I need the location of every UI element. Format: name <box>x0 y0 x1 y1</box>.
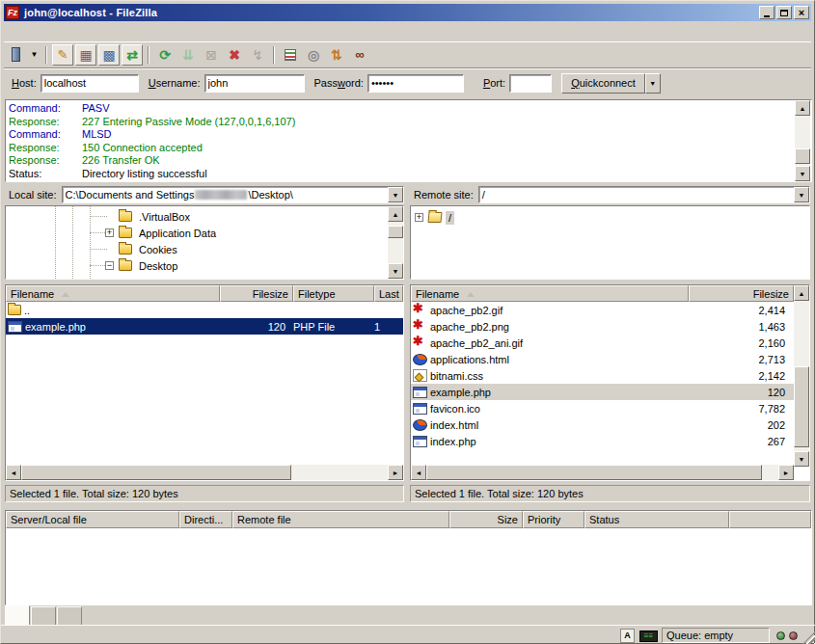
file-icon <box>8 305 21 315</box>
scrollbar-thumb[interactable] <box>388 226 403 238</box>
tree-item-application-data[interactable]: + Application Data <box>6 225 403 241</box>
menu-view[interactable] <box>35 29 50 35</box>
toggle-queue-button[interactable]: ⇄ <box>122 44 143 66</box>
tab-queued-files[interactable] <box>5 605 30 625</box>
refresh-button[interactable]: ⟳ <box>154 44 176 66</box>
file-row-apache-pb2-gif[interactable]: apache_pb2.gif 2,414 <box>411 302 794 318</box>
tree-item-virtualbox[interactable]: .VirtualBox <box>6 208 403 225</box>
file-row-apache-pb2-png[interactable]: apache_pb2.png 1,463 <box>411 318 794 335</box>
scrollbar-thumb[interactable] <box>21 465 291 480</box>
send-activity-led <box>789 631 798 640</box>
column-header-server-local-file[interactable]: Server/Local file <box>6 511 179 528</box>
column-header-remote-file[interactable]: Remote file <box>232 511 449 528</box>
scroll-right-button[interactable]: ► <box>778 465 794 480</box>
maximize-button[interactable] <box>776 6 792 19</box>
column-header-priority[interactable]: Priority <box>523 511 584 528</box>
quickconnect-button[interactable]: Quickconnect <box>561 73 645 94</box>
tree-expander[interactable]: + <box>105 228 114 237</box>
site-manager-button[interactable] <box>5 44 26 66</box>
file-icon <box>413 419 427 431</box>
scroll-right-button[interactable]: ► <box>388 465 403 480</box>
scroll-left-button[interactable]: ◄ <box>6 465 21 480</box>
folder-icon <box>119 228 132 238</box>
menu-file[interactable] <box>4 29 19 35</box>
chevron-down-icon: ▼ <box>393 192 399 199</box>
site-manager-dropdown[interactable]: ▼ <box>28 44 41 66</box>
scroll-down-button[interactable]: ▼ <box>795 166 810 181</box>
menu-edit[interactable] <box>19 29 35 35</box>
find-button[interactable]: ∞ <box>349 44 370 66</box>
column-header-filename[interactable]: Filename <box>411 285 689 302</box>
file-row-bitnami-css[interactable]: bitnami.css 2,142 <box>411 367 794 384</box>
process-queue-button[interactable]: ⇊ <box>177 44 199 66</box>
column-header-direction[interactable]: Directi... <box>179 511 232 528</box>
toggle-local-tree-button[interactable]: ▦ <box>75 44 96 66</box>
filter-button[interactable] <box>280 44 301 66</box>
open-folder-icon <box>427 212 442 223</box>
tree-item-desktop[interactable]: − Desktop <box>6 257 403 274</box>
tab-successful-transfers[interactable] <box>57 606 82 625</box>
scrollbar-thumb[interactable] <box>794 366 809 447</box>
scroll-down-button[interactable]: ▼ <box>794 451 809 467</box>
file-row-index-html[interactable]: index.html 202 <box>411 416 794 433</box>
local-list-header: Filename Filesize Filetype Last modified <box>6 285 403 302</box>
scroll-down-button[interactable]: ▼ <box>388 263 403 279</box>
port-input[interactable] <box>509 74 552 93</box>
username-input[interactable] <box>204 74 305 93</box>
scroll-up-button[interactable]: ▲ <box>794 285 809 301</box>
scroll-up-button[interactable]: ▲ <box>795 100 810 116</box>
tree-expander[interactable]: − <box>105 261 114 270</box>
scroll-left-button[interactable]: ◄ <box>411 465 426 480</box>
remote-path-combobox[interactable]: / ▼ <box>478 186 810 203</box>
menu-help[interactable] <box>96 29 112 35</box>
disconnect-button[interactable]: ✖ <box>224 44 245 66</box>
column-header-filename[interactable]: Filename <box>6 285 220 302</box>
scrollbar-thumb[interactable] <box>795 148 810 164</box>
cancel-button[interactable]: ⊠ <box>201 44 222 66</box>
column-header-last-modified[interactable]: Last modified <box>374 285 403 302</box>
menu-bookmarks[interactable] <box>81 29 96 35</box>
file-icon <box>8 321 22 333</box>
toggle-remote-tree-button[interactable]: ▩ <box>98 44 120 66</box>
speed-limits-icon[interactable]: ≡≡ <box>639 631 658 642</box>
file-row-favicon-ico[interactable]: favicon.ico 7,782 <box>411 400 794 416</box>
file-row-example-php[interactable]: example.php 120 PHP File 1 <box>6 318 403 335</box>
scroll-up-button[interactable]: ▲ <box>388 206 403 222</box>
minimize-button[interactable] <box>759 6 774 19</box>
menu-server[interactable] <box>66 29 81 35</box>
queue-status: Queue: empty <box>662 628 770 643</box>
local-path-dropdown[interactable]: ▼ <box>388 187 403 202</box>
file-icon <box>413 436 427 447</box>
file-row-example-php[interactable]: example.php 120 <box>411 384 794 400</box>
tree-expander[interactable]: + <box>415 213 423 222</box>
password-input[interactable] <box>367 74 464 93</box>
column-header-size[interactable]: Size <box>449 511 523 528</box>
reconnect-button[interactable]: ↯ <box>247 44 268 66</box>
menu-transfer[interactable] <box>50 29 66 35</box>
file-row-apache-pb2-ani-gif[interactable]: apache_pb2_ani.gif 2,160 <box>411 335 794 351</box>
data-type-icon[interactable]: A <box>620 629 635 643</box>
column-header-filetype[interactable]: Filetype <box>293 285 374 302</box>
close-button[interactable]: × <box>794 6 809 19</box>
username-label: Username: <box>149 77 201 89</box>
compare-button[interactable]: ◎ <box>303 44 324 66</box>
remote-path-dropdown[interactable]: ▼ <box>794 187 809 202</box>
toolbar-separator <box>273 46 275 64</box>
column-header-status[interactable]: Status <box>584 511 729 528</box>
column-header-filesize[interactable]: Filesize <box>220 285 293 302</box>
column-header-filesize[interactable]: Filesize <box>689 285 794 302</box>
quickconnect-dropdown[interactable]: ▼ <box>645 73 661 94</box>
tree-item-root[interactable]: + / <box>411 209 809 226</box>
tree-item-cookies[interactable]: Cookies <box>6 241 403 257</box>
local-path-combobox[interactable]: C:\Documents and Settings\Desktop\ ▼ <box>62 186 404 203</box>
file-row-index-php[interactable]: index.php 267 <box>411 433 794 449</box>
file-row-applications-html[interactable]: applications.html 2,713 <box>411 351 794 367</box>
toggle-message-log-button[interactable]: ✎ <box>52 44 73 66</box>
sync-browse-button[interactable]: ⇅ <box>326 44 347 66</box>
host-input[interactable] <box>41 74 139 93</box>
file-row-parent-dir[interactable]: .. <box>6 302 403 318</box>
resize-grip[interactable] <box>802 631 815 644</box>
folder-icon <box>119 244 132 255</box>
scrollbar-thumb[interactable] <box>426 465 762 480</box>
tab-failed-transfers[interactable] <box>31 606 56 625</box>
